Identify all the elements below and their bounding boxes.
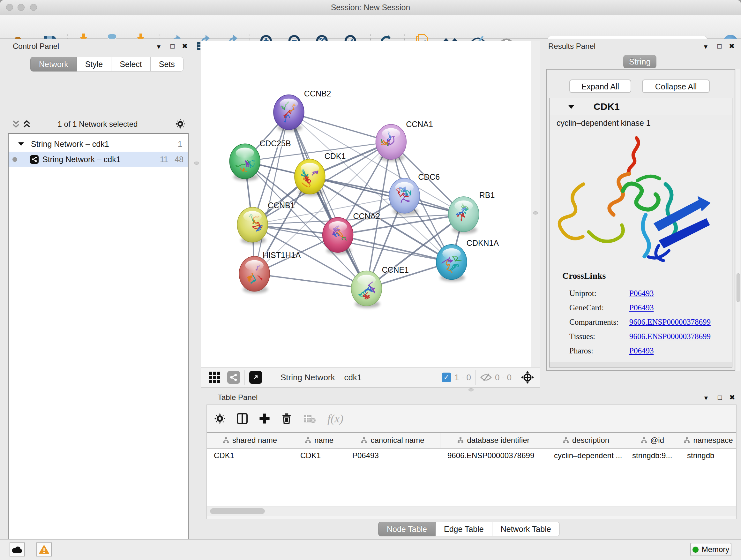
panel-menu-caret-icon[interactable]: ▼	[156, 42, 162, 52]
crosslink-link[interactable]: 9606.ENSP00000378699	[629, 332, 711, 341]
string-view-icon[interactable]	[227, 371, 240, 384]
node-RB1[interactable]: RB1	[448, 191, 495, 234]
network-canvas[interactable]: CCNB2CCNA1CDC25BCDK1CDC6RB1CCNB1CCNA2CDK…	[201, 41, 531, 367]
node-label-RB1: RB1	[479, 191, 495, 199]
node-table[interactable]: shared namenamecanonical namedatabase id…	[207, 432, 736, 506]
current-network-name: String Network – cdk1	[280, 373, 361, 382]
node-label-CCNE1: CCNE1	[382, 265, 409, 274]
table-settings-gear-icon[interactable]	[214, 413, 225, 424]
tab-node-table[interactable]: Node Table	[378, 522, 435, 537]
warnings-button[interactable]	[37, 543, 52, 557]
tab-edge-table[interactable]: Edge Table	[435, 522, 492, 537]
tree-expander-icon[interactable]	[18, 142, 24, 146]
table-panel-title: Table Panel	[218, 393, 258, 402]
crosslink-row: Compartments:9606.ENSP00000378699	[569, 318, 729, 327]
panel-close-icon[interactable]: ✖	[729, 393, 735, 402]
collapse-all-button[interactable]: Collapse All	[642, 79, 710, 93]
grid-view-icon[interactable]	[209, 372, 220, 383]
memory-button[interactable]: Memory	[690, 543, 731, 556]
vertical-splitter-handle[interactable]	[194, 162, 199, 165]
canvas-results-splitter[interactable]	[531, 41, 540, 367]
column-header-3[interactable]: database identifier	[441, 433, 547, 448]
tab-style[interactable]: Style	[77, 57, 112, 71]
window-title: Session: New Session	[0, 0, 741, 15]
column-header-5[interactable]: @id	[625, 433, 680, 448]
crosslinks-hscrollbar[interactable]	[549, 362, 732, 367]
edge-CCNB2-CCNE1[interactable]	[289, 112, 367, 289]
crosslink-link[interactable]: P06493	[629, 303, 654, 312]
tab-select[interactable]: Select	[111, 57, 150, 71]
selected-checkbox-icon[interactable]: ✓	[442, 373, 451, 382]
node-label-CDK1: CDK1	[325, 152, 346, 161]
crosshair-icon[interactable]	[521, 371, 534, 384]
network-collection-row[interactable]: String Network – cdk1 1	[9, 136, 188, 152]
panel-float-icon[interactable]: □	[718, 42, 722, 51]
crosslink-label: Compartments:	[569, 318, 629, 327]
section-collapse-icon[interactable]	[568, 105, 575, 109]
column-header-6[interactable]: namespace	[680, 433, 736, 448]
column-header-2[interactable]: canonical name	[345, 433, 441, 448]
table-row[interactable]: CDK1CDK1P064939606.ENSP00000378699cyclin…	[207, 449, 736, 463]
add-column-icon[interactable]	[259, 413, 270, 424]
table-hscroll-thumb[interactable]	[210, 508, 265, 514]
warning-icon	[39, 545, 49, 554]
edge-CCNB2-CCNA1[interactable]	[289, 112, 391, 142]
panel-close-icon[interactable]: ✖	[182, 42, 188, 51]
node-CCNE1[interactable]: CCNE1	[351, 265, 409, 308]
selected-node-edge-counts: 1 - 0	[455, 373, 471, 382]
node-CCNB2[interactable]: CCNB2	[273, 89, 331, 132]
tab-sets[interactable]: Sets	[151, 57, 184, 71]
node-HIST1H1A[interactable]: HIST1H1A	[239, 251, 300, 294]
divider	[475, 370, 476, 385]
expand-all-button[interactable]: Expand All	[569, 79, 631, 93]
node-description: cyclin–dependent kinase 1	[549, 115, 732, 130]
edge-HIST1H1A-CCNE1[interactable]	[254, 274, 366, 289]
horizontal-splitter-handle[interactable]	[468, 388, 474, 391]
node-label-CCNB2: CCNB2	[304, 89, 331, 98]
show-columns-icon[interactable]	[237, 413, 248, 424]
panel-float-icon[interactable]: □	[718, 393, 722, 402]
node-label-CDKN1A: CDKN1A	[467, 239, 499, 247]
column-type-icon	[305, 437, 311, 443]
results-vscrollbar[interactable]	[736, 69, 740, 371]
node-label-HIST1H1A: HIST1H1A	[263, 251, 301, 260]
node-section-header[interactable]: CDK1	[549, 98, 732, 115]
tab-network[interactable]: Network	[30, 57, 77, 71]
network-row-selected[interactable]: String Network – cdk1 11 48	[9, 152, 188, 167]
panel-menu-caret-icon[interactable]: ▼	[703, 42, 709, 52]
tab-network-table[interactable]: Network Table	[492, 522, 560, 537]
table-hscrollbar[interactable]	[207, 506, 736, 516]
node-CDKN1A[interactable]: CDKN1A	[436, 239, 499, 282]
hidden-eye-icon[interactable]	[480, 373, 492, 381]
panel-float-icon[interactable]: □	[171, 42, 175, 51]
open-in-new-icon[interactable]	[249, 371, 262, 384]
node-CDC6[interactable]: CDC6	[389, 172, 440, 215]
results-scroll-thumb[interactable]	[737, 273, 740, 302]
delete-column-icon[interactable]	[281, 413, 292, 424]
cloud-status-button[interactable]	[10, 543, 25, 557]
crosslinks-title: CrossLinks	[562, 271, 606, 281]
memory-label: Memory	[702, 545, 730, 554]
column-header-4[interactable]: description	[547, 433, 625, 448]
network-edges	[245, 112, 464, 289]
column-type-icon	[223, 437, 229, 443]
crosslink-link[interactable]: P06493	[629, 347, 654, 355]
crosslink-link[interactable]: P06493	[629, 289, 654, 298]
crosslink-label: Uniprot:	[569, 289, 629, 298]
tab-string[interactable]: String	[623, 55, 657, 68]
network-graph[interactable]: CCNB2CCNA1CDC25BCDK1CDC6RB1CCNB1CCNA2CDK…	[201, 41, 531, 367]
title-bar: Session: New Session	[0, 0, 741, 15]
string-results-box: Expand All Collapse All CDK1 cyclin–depe…	[546, 69, 735, 371]
column-header-0[interactable]: shared name	[207, 433, 293, 448]
crosslink-link[interactable]: 9606.ENSP00000378699	[629, 318, 711, 327]
crosslinks-list: Uniprot:P06493GeneCard:P06493Compartment…	[569, 284, 729, 355]
node-CCNB1[interactable]: CCNB1	[237, 201, 294, 244]
panel-close-icon[interactable]: ✖	[729, 42, 735, 51]
panel-menu-caret-icon[interactable]: ▼	[703, 393, 709, 403]
function-builder-icon: f(x)	[327, 412, 343, 425]
gear-icon[interactable]	[176, 119, 185, 129]
edge-CCNB2-HIST1H1A[interactable]	[254, 112, 289, 274]
node-CDC25B[interactable]: CDC25B	[229, 139, 291, 181]
column-header-1[interactable]: name	[293, 433, 345, 448]
splitter-grip[interactable]	[533, 211, 538, 214]
